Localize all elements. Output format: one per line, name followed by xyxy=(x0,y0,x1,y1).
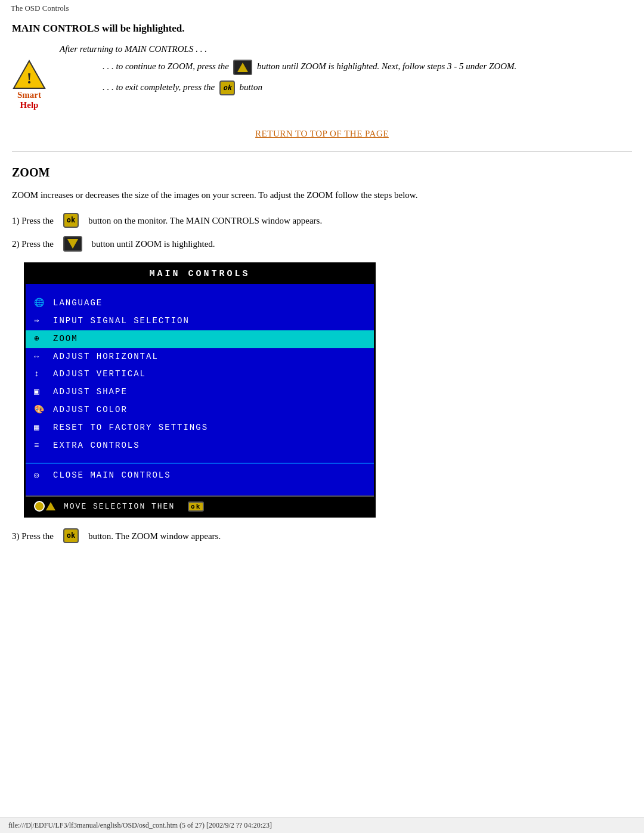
ok-button-step3: ok xyxy=(63,528,79,543)
osd-item-close-label: CLOSE MAIN CONTROLS xyxy=(53,469,171,483)
return-to-top-link[interactable]: RETURN TO TOP OF THE PAGE xyxy=(255,129,389,138)
after-returning-text: After returning to MAIN CONTROLS . . . xyxy=(60,44,632,54)
return-link-container: RETURN TO TOP OF THE PAGE xyxy=(12,128,632,139)
osd-item-vertical: ↕ ADJUST VERTICAL xyxy=(26,366,374,383)
osd-item-shape: ▣ ADJUST SHAPE xyxy=(26,383,374,401)
step1-post: button on the monitor. The MAIN CONTROLS… xyxy=(88,213,322,228)
top-bar: The OSD Controls xyxy=(0,0,644,17)
osd-item-language-label: LANGUAGE xyxy=(53,296,103,311)
factory-reset-icon: ▦ xyxy=(34,421,47,435)
footer-ok-badge: ok xyxy=(188,501,204,512)
osd-item-zoom: ⊕ ZOOM xyxy=(26,330,374,348)
language-icon: 🌐 xyxy=(34,296,47,311)
footer-icons xyxy=(34,501,55,512)
zoom-section-description: ZOOM increases or decreases the size of … xyxy=(12,188,632,202)
step2-pre: 2) Press the xyxy=(12,237,54,251)
osd-item-shape-label: ADJUST SHAPE xyxy=(53,385,128,400)
up-arrow-button-1 xyxy=(233,60,252,75)
osd-item-zoom-label: ZOOM xyxy=(53,332,78,346)
osd-item-input-label: INPUT SIGNAL SELECTION xyxy=(53,314,190,329)
warning-icon: ! xyxy=(12,59,47,90)
osd-footer: MOVE SELECTION THEN ok xyxy=(26,496,374,516)
extra-controls-icon: ≡ xyxy=(34,439,47,453)
osd-item-language: 🌐 LANGUAGE xyxy=(26,295,374,312)
osd-item-input-signal: ⇒ INPUT SIGNAL SELECTION xyxy=(26,312,374,330)
footer-circle-icon xyxy=(34,501,45,512)
help-label: Help xyxy=(20,100,39,110)
color-icon: 🎨 xyxy=(34,403,47,417)
top-bar-title: The OSD Controls xyxy=(11,4,69,13)
close-icon: ◎ xyxy=(34,469,47,483)
smart-label: Smart xyxy=(17,90,41,100)
osd-item-extra-label: EXTRA CONTROLS xyxy=(53,439,140,453)
osd-item-close: ◎ CLOSE MAIN CONTROLS xyxy=(26,463,374,485)
zoom-icon: ⊕ xyxy=(34,332,47,346)
main-content: MAIN CONTROLS will be highlighted. After… xyxy=(0,17,644,587)
instruction-block-1: . . . to continue to ZOOM, press the but… xyxy=(55,59,516,100)
footer-tri-icon xyxy=(46,502,55,510)
osd-title: MAIN CONTROLS xyxy=(26,264,374,284)
osd-item-horizontal-label: ADJUST HORIZONTAL xyxy=(53,350,159,364)
input-signal-icon: ⇒ xyxy=(34,314,47,329)
step2-post: button until ZOOM is highlighted. xyxy=(92,237,215,251)
zoom-step-2: 2) Press the button until ZOOM is highli… xyxy=(12,236,632,252)
osd-item-color: 🎨 ADJUST COLOR xyxy=(26,401,374,419)
instruction2-pre: . . . to exit completely, press the xyxy=(103,82,215,92)
osd-item-color-label: ADJUST COLOR xyxy=(53,403,128,417)
osd-item-horizontal: ↔ ADJUST HORIZONTAL xyxy=(26,348,374,366)
main-controls-heading: MAIN CONTROLS will be highlighted. xyxy=(12,23,632,35)
instruction2-post: button xyxy=(240,82,262,92)
osd-items-list: 🌐 LANGUAGE ⇒ INPUT SIGNAL SELECTION ⊕ ZO… xyxy=(26,284,374,496)
smart-help-block: ! Smart Help . . . to continue to ZOOM, … xyxy=(12,59,632,110)
instruction1-pre: . . . to continue to ZOOM, press the xyxy=(103,61,229,71)
instruction-1: . . . to continue to ZOOM, press the but… xyxy=(103,59,516,75)
smart-help-icon-block: ! Smart Help xyxy=(12,59,47,110)
osd-item-vertical-label: ADJUST VERTICAL xyxy=(53,367,146,382)
osd-menu: MAIN CONTROLS 🌐 LANGUAGE ⇒ INPUT SIGNAL … xyxy=(24,262,376,518)
ok-button-step1: ok xyxy=(63,213,79,228)
osd-item-factory-label: RESET TO FACTORY SETTINGS xyxy=(53,421,208,435)
step3-post: button. The ZOOM window appears. xyxy=(88,529,221,543)
footer-move-label: MOVE SELECTION THEN xyxy=(64,502,175,511)
bottom-status-text: file:///D|/EDFU/LF3/lf3manual/english/OS… xyxy=(8,821,272,829)
bottom-status-bar: file:///D|/EDFU/LF3/lf3manual/english/OS… xyxy=(0,817,644,833)
down-arrow-button xyxy=(63,236,82,252)
step3-pre: 3) Press the xyxy=(12,529,54,543)
divider xyxy=(12,151,632,151)
osd-item-factory-reset: ▦ RESET TO FACTORY SETTINGS xyxy=(26,419,374,437)
zoom-step-3: 3) Press the ok button. The ZOOM window … xyxy=(12,528,632,543)
osd-item-extra: ≡ EXTRA CONTROLS xyxy=(26,437,374,455)
zoom-section-title: ZOOM xyxy=(12,166,632,179)
ok-button-1: ok xyxy=(219,80,235,95)
zoom-step-1: 1) Press the ok button on the monitor. T… xyxy=(12,213,632,228)
step1-pre: 1) Press the xyxy=(12,213,54,228)
instruction-2: . . . to exit completely, press the ok b… xyxy=(103,80,516,95)
svg-text:!: ! xyxy=(27,70,32,87)
horizontal-icon: ↔ xyxy=(34,350,47,364)
instruction1-post: button until ZOOM is highlighted. Next, … xyxy=(257,61,516,71)
vertical-icon: ↕ xyxy=(34,367,47,382)
shape-icon: ▣ xyxy=(34,385,47,400)
